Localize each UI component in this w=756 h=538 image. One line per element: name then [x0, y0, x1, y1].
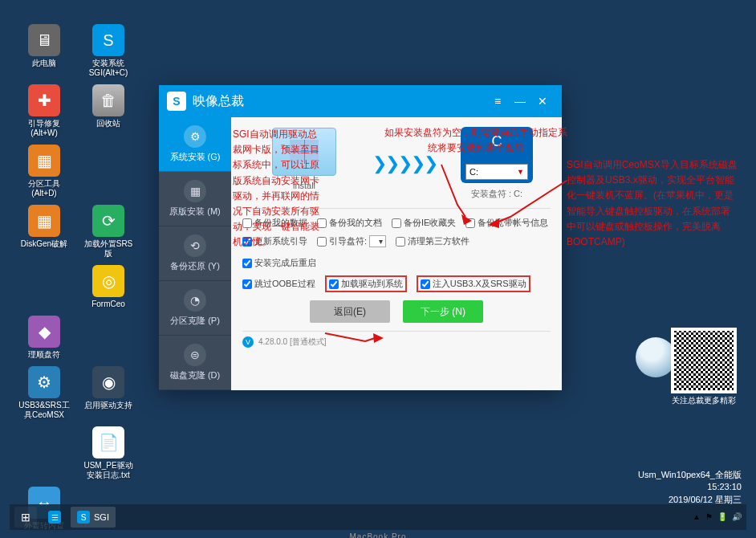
- option-checkbox[interactable]: 跳过OOBE过程: [242, 275, 315, 292]
- desktop-icon[interactable]: ✚引导修复(Alt+W): [16, 84, 72, 138]
- sgi-window: S 映像总裁 ≡ — ✕ ⚙系统安装 (G)▦原版安装 (M)⟲备份还原 (Y)…: [159, 85, 562, 390]
- source-label: install: [293, 181, 315, 190]
- arrows-icon: ❯❯❯❯❯: [372, 153, 437, 174]
- taskbar-app-label: SGI: [94, 512, 109, 522]
- option-checkbox[interactable]: 备份我的文档: [317, 217, 382, 229]
- checkbox-input[interactable]: [421, 279, 430, 289]
- boot-drive-select[interactable]: ▾: [369, 235, 386, 247]
- checkbox-input[interactable]: [242, 259, 252, 268]
- option-checkbox[interactable]: 注入USB3.X及SRS驱动: [417, 275, 530, 292]
- window-title: 映像总裁: [193, 93, 486, 110]
- tray-build: Usm_Win10pex64_全能版: [638, 469, 742, 481]
- sidebar-label: 磁盘克隆 (D): [170, 369, 220, 381]
- desktop-icon[interactable]: S安装系统SGI(Alt+C): [80, 24, 136, 78]
- taskbar-app-icon: ☰: [48, 511, 61, 524]
- sidebar: ⚙系统安装 (G)▦原版安装 (M)⟲备份还原 (Y)◔分区克隆 (P)⊜磁盘克…: [159, 117, 231, 390]
- app-logo-icon: S: [167, 92, 186, 111]
- desktop-icon-glyph: ◉: [92, 366, 124, 398]
- desktop-icon-glyph: ⚙: [28, 366, 60, 398]
- desktop-icon-glyph: ▦: [28, 205, 60, 237]
- sidebar-icon: ◔: [184, 289, 206, 312]
- laptop-brand: MacBook Pro: [349, 532, 406, 538]
- desktop-icon-glyph: ◎: [92, 265, 124, 297]
- menu-button[interactable]: ≡: [486, 95, 509, 108]
- checkbox-input[interactable]: [242, 218, 252, 228]
- desktop-icon[interactable]: ◉启用驱动支持: [80, 366, 136, 420]
- desktop-icons: 🖥此电脑S安装系统SGI(Alt+C)✚引导修复(Alt+W)🗑回收站▦分区工具…: [16, 24, 136, 531]
- checkbox-input[interactable]: [465, 218, 475, 228]
- qr-label: 关注总裁更多精彩: [671, 395, 737, 406]
- sidebar-icon: ▦: [184, 180, 206, 202]
- desktop-icon-label: 理顺盘符: [28, 350, 60, 360]
- desktop-icon[interactable]: ▦DiskGen破解: [16, 205, 72, 259]
- sidebar-item[interactable]: ⟲备份还原 (Y): [159, 226, 231, 281]
- desktop-icon-label: USB3&SRS工具CeoMSX: [18, 401, 69, 420]
- back-button[interactable]: 返回(E): [310, 300, 390, 323]
- desktop-icon[interactable]: ⚙USB3&SRS工具CeoMSX: [16, 366, 72, 420]
- option-checkbox[interactable]: 安装完成后重启: [242, 257, 316, 269]
- mascot-icon: [636, 337, 676, 377]
- checkbox-input[interactable]: [329, 279, 339, 289]
- taskbar: ⊞ ☰SSGI ▲⚑🔋🔊: [10, 504, 746, 530]
- desktop-icon[interactable]: ◎FormCeo: [80, 265, 136, 309]
- desktop-icon-label: 此电脑: [32, 59, 56, 68]
- desktop-icon-label: 启用驱动支持: [84, 401, 132, 410]
- titlebar[interactable]: S 映像总裁 ≡ — ✕: [159, 85, 562, 117]
- taskbar-app[interactable]: SSGI: [71, 507, 116, 528]
- option-checkbox[interactable]: 引导盘符: ▾: [317, 235, 386, 247]
- option-checkbox[interactable]: 备份宽带帐号信息: [465, 217, 548, 229]
- annotation-right: SGI自动调用CeoMSX导入目标系统磁盘控制器及USB3.x驱动，实现全平台智…: [567, 157, 739, 250]
- taskbar-app[interactable]: ☰: [42, 507, 67, 528]
- sidebar-label: 原版安装 (M): [169, 206, 221, 218]
- checkbox-input[interactable]: [242, 279, 252, 289]
- desktop-icon-label: FormCeo: [91, 300, 125, 309]
- desktop-icon-label: USM_PE驱动安装日志.txt: [83, 461, 132, 480]
- sidebar-label: 备份还原 (Y): [170, 260, 220, 272]
- minimize-button[interactable]: —: [509, 95, 531, 108]
- desktop-icon-glyph: 🖥: [28, 24, 60, 56]
- checkbox-label: 更新系统引导: [254, 235, 307, 247]
- sidebar-item[interactable]: ⚙系统安装 (G): [159, 117, 231, 172]
- version-text: 4.28.0.0 [普通模式]: [258, 336, 326, 348]
- tray-icon[interactable]: 🔊: [732, 512, 742, 521]
- checkbox-label: 引导盘符:: [329, 235, 367, 247]
- checkbox-label: 备份我的文档: [329, 217, 382, 229]
- option-checkbox[interactable]: 备份IE收藏夹: [392, 217, 456, 229]
- qr-code: 关注总裁更多精彩: [671, 328, 737, 406]
- next-button[interactable]: 下一步 (N): [403, 300, 483, 323]
- version-icon: V: [242, 336, 254, 348]
- checkbox-input[interactable]: [396, 237, 405, 247]
- desktop-icon[interactable]: ⟳加载外置SRS版: [80, 205, 136, 259]
- desktop-icon-label: 安装系统SGI(Alt+C): [89, 59, 128, 78]
- tray-icon[interactable]: ⚑: [705, 512, 713, 521]
- target-disk-group: C C: ▼ 安装盘符 : C:: [461, 127, 533, 200]
- start-button[interactable]: ⊞: [14, 507, 37, 528]
- tray-icon[interactable]: 🔋: [717, 512, 727, 521]
- desktop-icon[interactable]: 📄USM_PE驱动安装日志.txt: [80, 426, 136, 480]
- desktop-icon-glyph: 🗑: [92, 84, 124, 116]
- desktop-icon[interactable]: 🗑回收站: [80, 84, 136, 138]
- option-checkbox[interactable]: 备份我的数据: [242, 217, 307, 229]
- sidebar-item[interactable]: ⊜磁盘克隆 (D): [159, 336, 231, 390]
- option-checkbox[interactable]: 清理第三方软件: [396, 235, 469, 247]
- sidebar-item[interactable]: ▦原版安装 (M): [159, 172, 231, 226]
- options-area: 备份我的数据备份我的文档备份IE收藏夹备份宽带帐号信息 更新系统引导引导盘符: …: [242, 208, 551, 292]
- desktop-icon[interactable]: ◆理顺盘符: [16, 316, 72, 360]
- desktop-icon-glyph: ◆: [28, 316, 60, 348]
- drive-select[interactable]: C: ▼: [465, 164, 528, 180]
- checkbox-input[interactable]: [317, 218, 327, 228]
- checkbox-label: 备份IE收藏夹: [404, 217, 456, 229]
- tray-icons[interactable]: ▲⚑🔋🔊: [693, 512, 742, 521]
- tray-icon[interactable]: ▲: [693, 512, 701, 521]
- checkbox-input[interactable]: [392, 218, 401, 228]
- checkbox-input[interactable]: [317, 237, 327, 247]
- desktop-icon[interactable]: 🖥此电脑: [16, 24, 72, 78]
- checkbox-label: 备份我的数据: [254, 217, 307, 229]
- checkbox-input[interactable]: [242, 237, 252, 247]
- close-button[interactable]: ✕: [531, 95, 554, 108]
- source-image: install: [260, 128, 348, 200]
- desktop-icon[interactable]: ▦分区工具(Alt+D): [16, 145, 72, 198]
- option-checkbox[interactable]: 加载驱动到系统: [325, 275, 407, 292]
- sidebar-item[interactable]: ◔分区克隆 (P): [159, 281, 231, 336]
- option-checkbox[interactable]: 更新系统引导: [242, 235, 307, 247]
